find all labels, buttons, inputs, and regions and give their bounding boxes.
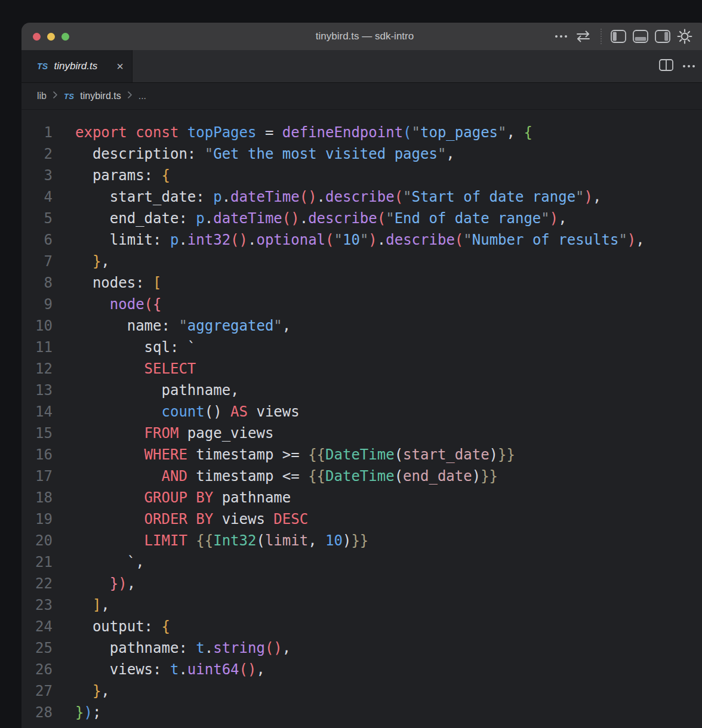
code-line[interactable]: 11 sql: ` bbox=[21, 337, 702, 358]
line-number[interactable]: 25 bbox=[21, 637, 53, 659]
line-number[interactable]: 8 bbox=[21, 272, 53, 294]
code-line[interactable]: 27 }, bbox=[21, 680, 702, 702]
dock-bottom-icon[interactable] bbox=[633, 30, 648, 43]
code-line[interactable]: 25 pathname: t.string(), bbox=[21, 637, 702, 659]
titlebar-actions bbox=[554, 23, 692, 50]
line-number[interactable]: 28 bbox=[21, 702, 53, 723]
code-text: start_date: p.dateTime().describe("Start… bbox=[75, 186, 601, 208]
code-line[interactable]: 7 }, bbox=[21, 251, 702, 272]
code-text: description: "Get the most visited pages… bbox=[75, 143, 455, 165]
code-line[interactable]: 14 count() AS views bbox=[21, 401, 702, 422]
swap-arrows-icon[interactable] bbox=[575, 30, 592, 43]
code-text: node({ bbox=[75, 294, 162, 315]
code-line[interactable]: 8 nodes: [ bbox=[21, 272, 702, 294]
line-number[interactable]: 17 bbox=[21, 465, 53, 487]
code-text: GROUP BY pathname bbox=[75, 487, 291, 508]
code-line[interactable]: 5 end_date: p.dateTime().describe("End o… bbox=[21, 208, 702, 229]
line-number[interactable]: 2 bbox=[21, 143, 53, 165]
line-number[interactable]: 24 bbox=[21, 616, 53, 637]
close-tab-icon[interactable]: × bbox=[116, 60, 124, 72]
code-text: `, bbox=[75, 551, 144, 573]
code-text: output: { bbox=[75, 616, 170, 637]
line-number[interactable]: 23 bbox=[21, 594, 53, 616]
code-text: FROM page_views bbox=[75, 422, 273, 444]
line-number[interactable]: 14 bbox=[21, 401, 53, 422]
code-line[interactable]: 3 params: { bbox=[21, 165, 702, 186]
line-number[interactable]: 7 bbox=[21, 251, 53, 272]
code-line[interactable]: 10 name: "aggregated", bbox=[21, 315, 702, 337]
code-text: ORDER BY views DESC bbox=[75, 508, 308, 530]
line-number[interactable]: 15 bbox=[21, 422, 53, 444]
line-number[interactable]: 6 bbox=[21, 229, 53, 251]
code-line[interactable]: 26 views: t.uint64(), bbox=[21, 659, 702, 680]
dock-left-icon[interactable] bbox=[611, 30, 626, 43]
line-number[interactable]: 22 bbox=[21, 573, 53, 594]
code-text: LIMIT {{Int32(limit, 10)}} bbox=[75, 530, 368, 551]
line-number[interactable]: 1 bbox=[21, 122, 53, 143]
line-number[interactable]: 10 bbox=[21, 315, 53, 337]
window-titlebar[interactable]: tinybird.ts — sdk-intro bbox=[21, 23, 702, 50]
breadcrumb-symbol-ellipsis[interactable]: ... bbox=[138, 91, 146, 101]
titlebar-divider bbox=[601, 29, 602, 44]
code-line[interactable]: 29 bbox=[21, 723, 702, 728]
code-text: name: "aggregated", bbox=[75, 315, 291, 337]
breadcrumb-folder[interactable]: lib bbox=[37, 91, 47, 101]
line-number[interactable]: 4 bbox=[21, 186, 53, 208]
line-number[interactable]: 13 bbox=[21, 380, 53, 401]
dock-right-icon[interactable] bbox=[655, 30, 670, 43]
code-text: end_date: p.dateTime().describe("End of … bbox=[75, 208, 567, 229]
code-line[interactable]: 22 }), bbox=[21, 573, 702, 594]
code-line[interactable]: 12 SELECT bbox=[21, 358, 702, 380]
code-line[interactable]: 15 FROM page_views bbox=[21, 422, 702, 444]
code-editor[interactable]: 1export const topPages = defineEndpoint(… bbox=[21, 110, 702, 728]
chevron-right-icon bbox=[127, 91, 133, 101]
code-line[interactable]: 17 AND timestamp <= {{DateTime(end_date)… bbox=[21, 465, 702, 487]
tab-label: tinybird.ts bbox=[54, 60, 98, 72]
line-number[interactable]: 18 bbox=[21, 487, 53, 508]
code-line[interactable]: 18 GROUP BY pathname bbox=[21, 487, 702, 508]
code-line[interactable]: 4 start_date: p.dateTime().describe("Sta… bbox=[21, 186, 702, 208]
line-number[interactable]: 11 bbox=[21, 337, 53, 358]
code-line[interactable]: 16 WHERE timestamp >= {{DateTime(start_d… bbox=[21, 444, 702, 465]
code-line[interactable]: 19 ORDER BY views DESC bbox=[21, 508, 702, 530]
code-line[interactable]: 6 limit: p.int32().optional("10").descri… bbox=[21, 229, 702, 251]
settings-gear-icon[interactable] bbox=[677, 29, 692, 44]
breadcrumb: lib TS tinybird.ts ... bbox=[21, 83, 702, 110]
editor-more-icon[interactable] bbox=[682, 63, 696, 70]
line-number[interactable]: 21 bbox=[21, 551, 53, 573]
line-number[interactable]: 19 bbox=[21, 508, 53, 530]
line-number[interactable]: 29 bbox=[21, 723, 53, 728]
code-text: sql: ` bbox=[75, 337, 196, 358]
line-number[interactable]: 5 bbox=[21, 208, 53, 229]
code-text: views: t.uint64(), bbox=[75, 659, 265, 680]
typescript-file-icon: TS bbox=[37, 61, 48, 71]
tab-tinybird-ts[interactable]: TS tinybird.ts × bbox=[21, 50, 133, 82]
line-number[interactable]: 9 bbox=[21, 294, 53, 315]
code-text: pathname: t.string(), bbox=[75, 637, 291, 659]
code-text: }, bbox=[75, 680, 110, 702]
code-line[interactable]: 28}); bbox=[21, 702, 702, 723]
line-number[interactable]: 26 bbox=[21, 659, 53, 680]
more-actions-icon[interactable] bbox=[554, 33, 568, 40]
code-text: SELECT bbox=[75, 358, 196, 380]
typescript-file-icon: TS bbox=[64, 92, 74, 101]
editor-window: tinybird.ts — sdk-intro bbox=[21, 23, 702, 728]
line-number[interactable]: 20 bbox=[21, 530, 53, 551]
tabbar-actions bbox=[659, 50, 702, 82]
tab-bar: TS tinybird.ts × bbox=[21, 50, 702, 83]
code-line[interactable]: 21 `, bbox=[21, 551, 702, 573]
split-editor-icon[interactable] bbox=[659, 59, 673, 73]
code-text: limit: p.int32().optional("10").describe… bbox=[75, 229, 645, 251]
line-number[interactable]: 27 bbox=[21, 680, 53, 702]
code-line[interactable]: 13 pathname, bbox=[21, 380, 702, 401]
line-number[interactable]: 3 bbox=[21, 165, 53, 186]
code-line[interactable]: 23 ], bbox=[21, 594, 702, 616]
code-line[interactable]: 20 LIMIT {{Int32(limit, 10)}} bbox=[21, 530, 702, 551]
code-line[interactable]: 2 description: "Get the most visited pag… bbox=[21, 143, 702, 165]
line-number[interactable]: 16 bbox=[21, 444, 53, 465]
code-line[interactable]: 24 output: { bbox=[21, 616, 702, 637]
code-line[interactable]: 1export const topPages = defineEndpoint(… bbox=[21, 122, 702, 143]
breadcrumb-file[interactable]: tinybird.ts bbox=[80, 91, 121, 101]
line-number[interactable]: 12 bbox=[21, 358, 53, 380]
code-line[interactable]: 9 node({ bbox=[21, 294, 702, 315]
